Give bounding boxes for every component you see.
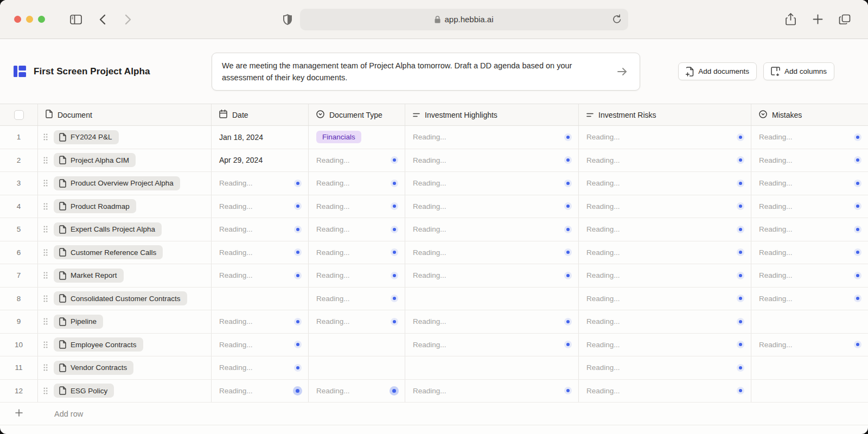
submit-arrow-icon[interactable]	[615, 64, 630, 79]
cell-document[interactable]: FY2024 P&L	[38, 126, 212, 149]
document-chip[interactable]: Employee Contracts	[54, 337, 143, 352]
cell-document[interactable]: Pipeline	[38, 310, 212, 333]
cell-document-type[interactable]: Reading...	[309, 264, 405, 287]
cell-investment-risks[interactable]: Reading...	[579, 149, 751, 172]
cell-investment-highlights[interactable]	[405, 356, 579, 379]
share-icon[interactable]	[781, 10, 800, 29]
cell-mistakes[interactable]	[751, 310, 868, 333]
prompt-text[interactable]: We are meeting the management team of Pr…	[222, 60, 608, 84]
document-type-badge[interactable]: Financials	[316, 131, 361, 143]
cell-mistakes[interactable]: Reading...	[751, 149, 868, 172]
cell-mistakes[interactable]	[751, 356, 868, 379]
cell-document[interactable]: Consolidated Customer Contracts	[38, 288, 212, 310]
back-button[interactable]	[93, 10, 111, 29]
drag-handle-icon[interactable]	[43, 387, 48, 394]
drag-handle-icon[interactable]	[43, 203, 48, 210]
cell-investment-risks[interactable]: Reading...	[579, 241, 751, 264]
cell-investment-highlights[interactable]: Reading...	[405, 310, 579, 333]
add-documents-button[interactable]: Add documents	[678, 62, 757, 80]
column-header-document[interactable]: Document	[38, 104, 212, 125]
cell-mistakes[interactable]: Reading...	[751, 195, 868, 218]
cell-investment-highlights[interactable]	[405, 288, 579, 310]
cell-date[interactable]: Reading...	[212, 241, 309, 264]
cell-investment-highlights[interactable]: Reading...	[405, 380, 579, 403]
zoom-button[interactable]	[38, 16, 45, 23]
cell-document-type[interactable]: Reading...	[309, 149, 405, 172]
cell-investment-highlights[interactable]: Reading...	[405, 195, 579, 218]
cell-mistakes[interactable]: Reading...	[751, 241, 868, 264]
reload-icon[interactable]	[612, 14, 622, 24]
prompt-input[interactable]: We are meeting the management team of Pr…	[212, 53, 640, 91]
document-chip[interactable]: Pipeline	[54, 315, 103, 329]
cell-mistakes[interactable]: Reading...	[751, 126, 868, 149]
cell-date[interactable]	[212, 288, 309, 310]
tab-overview-icon[interactable]	[835, 10, 854, 29]
cell-date[interactable]: Apr 29, 2024	[212, 149, 309, 172]
cell-mistakes[interactable]: Reading...	[751, 172, 868, 195]
drag-handle-icon[interactable]	[43, 226, 48, 233]
cell-document-type[interactable]: Reading...	[309, 172, 405, 195]
cell-date[interactable]: Reading...	[212, 310, 309, 333]
drag-handle-icon[interactable]	[43, 157, 48, 164]
cell-document-type[interactable]: Reading...	[309, 195, 405, 218]
drag-handle-icon[interactable]	[43, 133, 48, 141]
cell-document[interactable]: Expert Calls Project Alpha	[38, 218, 212, 241]
close-button[interactable]	[14, 16, 21, 23]
cell-document[interactable]: Employee Contracts	[38, 334, 212, 356]
document-chip[interactable]: Project Alpha CIM	[54, 153, 136, 167]
cell-investment-highlights[interactable]: Reading...	[405, 264, 579, 287]
drag-handle-icon[interactable]	[43, 249, 48, 256]
drag-handle-icon[interactable]	[43, 295, 48, 302]
document-chip[interactable]: Market Report	[54, 269, 124, 283]
cell-investment-highlights[interactable]: Reading...	[405, 334, 579, 356]
privacy-shield-icon[interactable]	[283, 14, 292, 25]
document-chip[interactable]: Product Roadmap	[54, 199, 136, 213]
cell-document-type[interactable]: Reading...	[309, 380, 405, 403]
sidebar-toggle-icon[interactable]	[67, 10, 85, 29]
document-chip[interactable]: Product Overview Project Alpha	[54, 176, 180, 190]
drag-handle-icon[interactable]	[43, 272, 48, 279]
cell-investment-highlights[interactable]: Reading...	[405, 172, 579, 195]
cell-investment-highlights[interactable]: Reading...	[405, 241, 579, 264]
cell-document[interactable]: Project Alpha CIM	[38, 149, 212, 172]
cell-mistakes[interactable]: Reading...	[751, 288, 868, 310]
column-header-investment-highlights[interactable]: Investment Highlights	[405, 104, 579, 125]
cell-investment-risks[interactable]: Reading...	[579, 264, 751, 287]
minimize-button[interactable]	[26, 16, 33, 23]
cell-date[interactable]: Reading...	[212, 356, 309, 379]
cell-document[interactable]: Product Roadmap	[38, 195, 212, 218]
cell-date[interactable]: Reading...	[212, 218, 309, 241]
cell-mistakes[interactable]: Reading...	[751, 218, 868, 241]
cell-investment-risks[interactable]: Reading...	[579, 380, 751, 403]
cell-document-type[interactable]: Reading...	[309, 288, 405, 310]
add-row[interactable]: Add row	[0, 403, 868, 425]
cell-investment-highlights[interactable]: Reading...	[405, 126, 579, 149]
cell-date[interactable]: Reading...	[212, 264, 309, 287]
cell-investment-risks[interactable]: Reading...	[579, 288, 751, 310]
new-tab-icon[interactable]	[808, 10, 827, 29]
cell-document[interactable]: Product Overview Project Alpha	[38, 172, 212, 195]
cell-investment-risks[interactable]: Reading...	[579, 172, 751, 195]
cell-investment-risks[interactable]: Reading...	[579, 334, 751, 356]
drag-handle-icon[interactable]	[43, 318, 48, 325]
cell-document-type[interactable]	[309, 334, 405, 356]
document-chip[interactable]: Vendor Contracts	[54, 361, 133, 375]
cell-mistakes[interactable]	[751, 380, 868, 403]
cell-investment-highlights[interactable]: Reading...	[405, 149, 579, 172]
drag-handle-icon[interactable]	[43, 364, 48, 371]
column-header-mistakes[interactable]: Mistakes	[751, 104, 868, 125]
cell-investment-highlights[interactable]: Reading...	[405, 218, 579, 241]
document-chip[interactable]: Customer Reference Calls	[54, 245, 163, 259]
cell-document[interactable]: ESG Policy	[38, 380, 212, 403]
cell-date[interactable]: Reading...	[212, 172, 309, 195]
cell-investment-risks[interactable]: Reading...	[579, 218, 751, 241]
cell-document[interactable]: Vendor Contracts	[38, 356, 212, 379]
forward-button[interactable]	[119, 10, 137, 29]
cell-date[interactable]: Reading...	[212, 334, 309, 356]
address-bar[interactable]: app.hebbia.ai	[300, 9, 628, 30]
column-header-investment-risks[interactable]: Investment Risks	[579, 104, 751, 125]
cell-mistakes[interactable]: Reading...	[751, 334, 868, 356]
cell-investment-risks[interactable]: Reading...	[579, 310, 751, 333]
select-all-checkbox[interactable]	[14, 110, 24, 120]
document-chip[interactable]: Expert Calls Project Alpha	[54, 222, 162, 237]
